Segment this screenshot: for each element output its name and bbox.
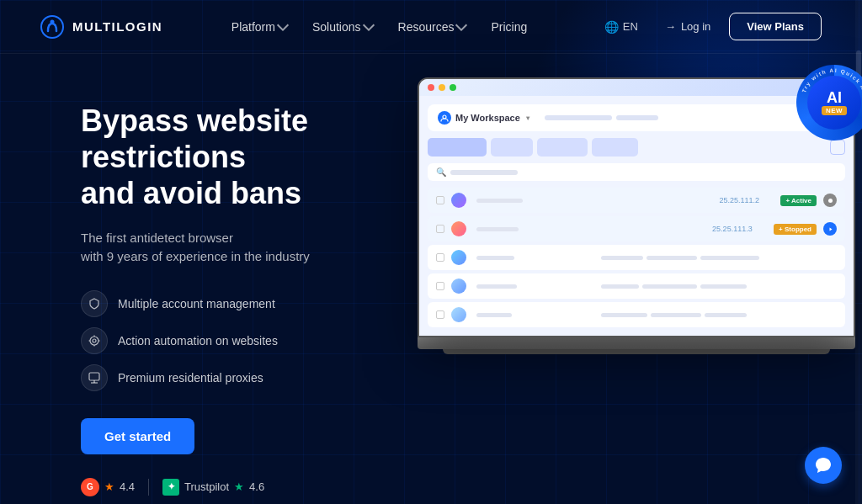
search-icon: 🔍 bbox=[436, 167, 446, 177]
row-content bbox=[476, 199, 712, 203]
table-row bbox=[428, 302, 845, 327]
svg-point-12 bbox=[443, 115, 446, 119]
nav-links: Platform Solutions Resources Pricing bbox=[221, 15, 537, 39]
dot-red bbox=[428, 84, 434, 91]
table-row bbox=[428, 245, 845, 270]
table-row: 25.25.111.2 + Active bbox=[428, 188, 845, 213]
hero-title: Bypass website restrictionsand avoid ban… bbox=[81, 103, 434, 212]
svg-point-3 bbox=[93, 339, 96, 342]
hero-left: Bypass website restrictionsand avoid ban… bbox=[81, 94, 434, 496]
hero-subtitle: The first antidetect browserwith 9 years… bbox=[81, 229, 434, 267]
feature-item-3: Premium residential proxies bbox=[81, 364, 434, 391]
star-icon: ★ bbox=[234, 480, 244, 493]
g2-rating: G ★ 4.4 bbox=[81, 478, 135, 496]
row-ip: 25.25.111.2 bbox=[719, 196, 774, 204]
star-icon: ★ bbox=[104, 480, 114, 493]
status-badge: + Stopped bbox=[774, 224, 817, 235]
screen-header bbox=[419, 79, 854, 96]
workspace-chevron: ▾ bbox=[526, 114, 529, 122]
row-checkbox[interactable] bbox=[436, 253, 444, 262]
chat-bubble[interactable] bbox=[805, 447, 842, 484]
trustpilot-logo: ✦ bbox=[162, 479, 179, 496]
action-button[interactable] bbox=[823, 222, 837, 236]
nav-pricing[interactable]: Pricing bbox=[481, 15, 537, 39]
row-content bbox=[476, 256, 594, 260]
trustpilot-rating: ✦ Trustpilot ★ 4.6 bbox=[162, 479, 264, 496]
feature-item-2: Action automation on websites bbox=[81, 327, 434, 354]
header-bars bbox=[545, 115, 835, 120]
brand-name: MULTILOGIN bbox=[72, 19, 162, 34]
screen-topbar: My Workspace ▾ bbox=[428, 104, 845, 131]
row-checkbox[interactable] bbox=[436, 196, 444, 204]
filter-all[interactable] bbox=[428, 138, 487, 157]
laptop-base bbox=[418, 337, 855, 349]
filter-1[interactable] bbox=[491, 138, 533, 157]
filter-icon[interactable] bbox=[830, 140, 845, 155]
status-badge: + Active bbox=[780, 195, 817, 206]
svg-point-2 bbox=[90, 337, 98, 345]
row-ip: 25.25.111.3 bbox=[712, 225, 767, 233]
g2-logo: G bbox=[81, 478, 99, 496]
get-started-button[interactable]: Get started bbox=[81, 418, 194, 454]
row-filler bbox=[601, 256, 837, 260]
screen-body: My Workspace ▾ bbox=[419, 96, 854, 336]
shield-icon bbox=[81, 290, 108, 317]
logo-icon bbox=[40, 15, 64, 39]
language-selector[interactable]: 🌐 EN bbox=[596, 15, 646, 39]
laptop-mockup: Try with AI Quick Actions AI NEW bbox=[418, 77, 855, 354]
laptop-foot bbox=[443, 349, 830, 354]
svg-text:Try with AI Quick Actions: Try with AI Quick Actions bbox=[801, 67, 862, 116]
nav-resources[interactable]: Resources bbox=[388, 15, 476, 39]
chevron-down-icon bbox=[362, 19, 374, 31]
login-icon: → bbox=[665, 20, 676, 33]
globe-icon: 🌐 bbox=[604, 20, 619, 34]
row-content bbox=[476, 313, 594, 317]
svg-point-1 bbox=[51, 19, 55, 24]
feature-item-1: Multiple account management bbox=[81, 290, 434, 317]
svg-point-13 bbox=[828, 199, 833, 203]
chevron-down-icon bbox=[455, 19, 467, 31]
filter-2[interactable] bbox=[537, 138, 588, 157]
avatar bbox=[451, 221, 466, 236]
action-button[interactable] bbox=[823, 194, 837, 207]
navbar: MULTILOGIN Platform Solutions Resources … bbox=[0, 0, 862, 54]
laptop-screen: My Workspace ▾ bbox=[418, 77, 855, 337]
proxy-icon bbox=[81, 364, 108, 391]
filter-bar bbox=[428, 138, 845, 157]
automation-icon bbox=[81, 327, 108, 354]
row-checkbox[interactable] bbox=[436, 282, 444, 290]
chevron-down-icon bbox=[277, 19, 289, 31]
row-content bbox=[476, 227, 705, 231]
svg-rect-8 bbox=[89, 373, 99, 380]
workspace-icon bbox=[438, 111, 451, 125]
hero-section: Bypass website restrictionsand avoid ban… bbox=[0, 54, 862, 496]
ai-badge[interactable]: Try with AI Quick Actions AI NEW bbox=[796, 65, 862, 141]
svg-marker-14 bbox=[829, 227, 832, 231]
table-row: 25.25.111.3 + Stopped bbox=[428, 216, 845, 241]
svg-point-0 bbox=[41, 16, 63, 38]
row-checkbox[interactable] bbox=[436, 225, 444, 233]
chat-icon bbox=[814, 456, 833, 475]
ai-badge-ring: Try with AI Quick Actions AI NEW bbox=[796, 65, 862, 141]
search-bar[interactable]: 🔍 bbox=[428, 163, 845, 181]
table-row bbox=[428, 273, 845, 299]
filter-3[interactable] bbox=[592, 138, 638, 157]
avatar bbox=[451, 307, 466, 322]
login-button[interactable]: → Log in bbox=[653, 14, 722, 39]
profile-list: 25.25.111.2 + Active bbox=[428, 188, 845, 327]
feature-list: Multiple account management Action autom… bbox=[81, 290, 434, 391]
logo[interactable]: MULTILOGIN bbox=[40, 15, 162, 39]
avatar bbox=[451, 193, 466, 208]
nav-solutions[interactable]: Solutions bbox=[302, 15, 383, 39]
nav-platform[interactable]: Platform bbox=[221, 15, 297, 39]
ratings: G ★ 4.4 ✦ Trustpilot ★ 4.6 bbox=[81, 478, 434, 496]
rating-divider bbox=[148, 479, 149, 496]
hero-right: Try with AI Quick Actions AI NEW bbox=[418, 77, 855, 354]
dot-yellow bbox=[439, 84, 445, 91]
row-content bbox=[476, 284, 594, 289]
view-plans-button[interactable]: View Plans bbox=[729, 13, 822, 40]
row-filler bbox=[601, 284, 837, 289]
nav-right: 🌐 EN → Log in View Plans bbox=[596, 13, 822, 40]
row-checkbox[interactable] bbox=[436, 310, 444, 319]
workspace-label: My Workspace ▾ bbox=[438, 111, 529, 125]
